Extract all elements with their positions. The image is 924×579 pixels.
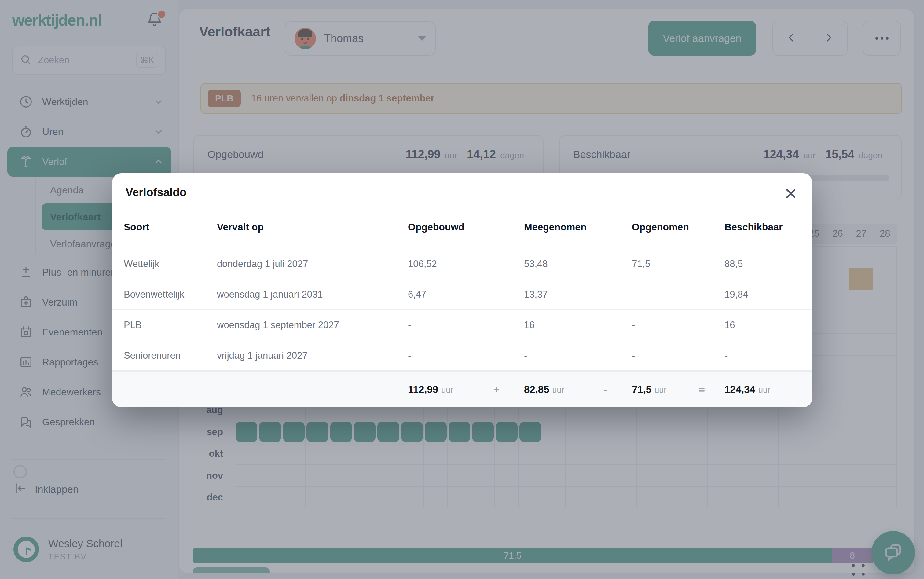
close-icon[interactable] [784, 187, 798, 200]
saldo-table-row: Bovenwettelijkwoensdag 1 januari 20316,4… [112, 279, 812, 310]
saldo-column-header: Opgenomen [632, 221, 689, 233]
saldo-cell: 16 [524, 320, 535, 330]
total-available: 124,34uur [724, 384, 770, 395]
saldo-cell: Bovenwettelijk [124, 289, 184, 300]
saldo-cell: woensdag 1 januari 2031 [217, 289, 323, 300]
modal-title: Verlofsaldo [126, 186, 186, 199]
saldo-cell: - [632, 289, 635, 300]
total-taken: 71,5uur [632, 384, 666, 395]
saldo-cell: - [524, 350, 527, 361]
saldo-cell: 71,5 [632, 258, 650, 270]
verlofsaldo-modal: Verlofsaldo SoortVervalt opOpgebouwdMeeg… [112, 173, 812, 407]
saldo-table-row: Seniorenurenvrijdag 1 januari 2027---- [112, 340, 812, 371]
saldo-cell: PLB [124, 320, 142, 330]
saldo-totals-row: 112,99uur + 82,85uur - 71,5uur = 124,34u… [112, 371, 812, 407]
saldo-cell: 88,5 [724, 258, 743, 270]
saldo-cell: 53,48 [524, 258, 548, 270]
saldo-cell: - [632, 320, 635, 330]
saldo-cell: - [408, 320, 411, 330]
saldo-cell: Wettelijk [124, 258, 160, 270]
saldo-column-header: Opgebouwd [408, 221, 464, 233]
saldo-table-row: Wettelijkdonderdag 1 juli 2027106,5253,4… [112, 249, 812, 279]
saldo-cell: vrijdag 1 januari 2027 [217, 350, 307, 361]
saldo-cell: 19,84 [724, 289, 748, 300]
saldo-cell: - [408, 350, 411, 361]
saldo-column-header: Beschikbaar [724, 221, 783, 233]
saldo-table-row: PLBwoensdag 1 september 2027-16-16 [112, 310, 812, 340]
saldo-cell: 13,37 [524, 289, 548, 300]
saldo-cell: Seniorenuren [124, 350, 181, 361]
saldo-column-header: Meegenomen [524, 221, 586, 233]
saldo-cell: 6,47 [408, 289, 426, 300]
saldo-cell: woensdag 1 september 2027 [217, 320, 339, 330]
saldo-cell: 106,52 [408, 258, 437, 270]
total-carried: 82,85uur [524, 384, 564, 395]
saldo-cell: - [632, 350, 635, 361]
saldo-column-header: Vervalt op [217, 221, 264, 233]
saldo-cell: 16 [724, 320, 735, 330]
minus-operator: - [603, 384, 607, 396]
saldo-cell: - [724, 350, 728, 361]
total-accrued: 112,99uur [408, 384, 453, 395]
equals-operator: = [699, 384, 705, 396]
saldo-column-header: Soort [124, 221, 149, 233]
plus-operator: + [494, 384, 500, 396]
saldo-cell: donderdag 1 juli 2027 [217, 258, 308, 270]
